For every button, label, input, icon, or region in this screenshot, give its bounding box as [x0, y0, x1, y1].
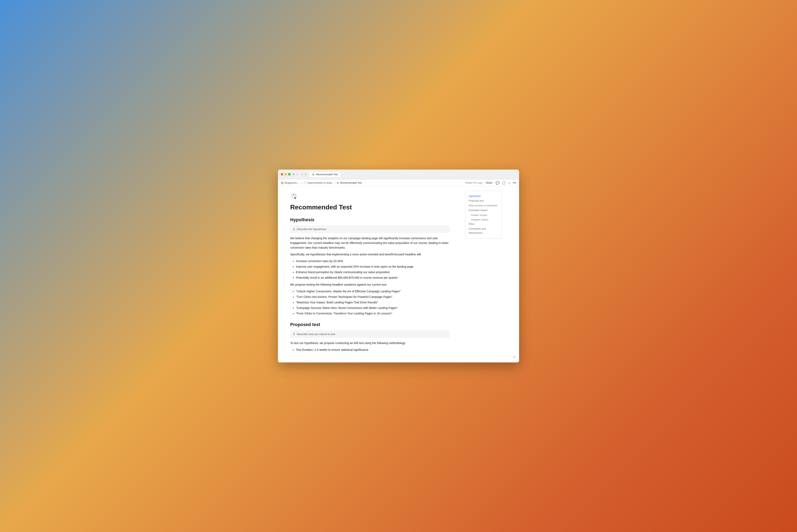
- traffic-light-yellow[interactable]: [284, 173, 287, 175]
- toc-item-effort[interactable]: Effort: [469, 222, 498, 227]
- proposed-test-paragraph-1: To test our hypothesis, we propose condu…: [290, 341, 450, 345]
- list-item: "From Clicks to Conversions: Transform Y…: [296, 311, 450, 316]
- hypothesis-hint-box: ℹ Describe the hypothesis.: [290, 225, 450, 233]
- traffic-light-red[interactable]: [281, 173, 283, 175]
- toc-item-how-success[interactable]: How success is measured: [469, 203, 498, 208]
- new-tab-icon[interactable]: +: [305, 173, 306, 176]
- hypothesis-paragraph-2: Specifically, we hypothesize that implem…: [290, 252, 450, 257]
- proposed-test-heading: Proposed test: [290, 322, 450, 327]
- browser-controls: ≡ ← → +: [293, 173, 306, 176]
- toolbar-right: Edited 47m ago Share 💬 🕐 ☆ •••: [465, 181, 516, 185]
- breadcrumb: 🏠 Boagworks / ... / 📄 Improvements to st…: [281, 182, 362, 184]
- star-icon[interactable]: ☆: [508, 181, 511, 185]
- toc-item-constraints[interactable]: Constraints and Weaknesses: [469, 227, 498, 235]
- hypothesis-heading: Hypothesis: [290, 217, 450, 223]
- current-page-icon: ✳️: [336, 182, 339, 184]
- list-item: "Unlock Higher Conversions: Master the A…: [296, 289, 450, 294]
- hypothesis-paragraph-3: We propose testing the following headlin…: [290, 282, 450, 287]
- proposed-test-bullets: Test Duration: 2-4 weeks to ensure stati…: [296, 347, 450, 352]
- list-item: "Turn Clicks Into Actions: Proven Techni…: [296, 294, 450, 299]
- svg-line-6: [295, 194, 296, 195]
- list-item: Test Duration: 2-4 weeks to ensure stati…: [296, 347, 450, 352]
- toc-item-positive-impact[interactable]: Positive Impact:: [469, 213, 498, 217]
- hypothesis-bullets-1: Increase conversion rates by 20-30% Impr…: [296, 259, 450, 280]
- svg-marker-8: [294, 197, 296, 199]
- toc-item-estimated-impact[interactable]: Estimated Impact: [469, 208, 498, 213]
- toc-box: Hypothesis Proposed test How success is …: [465, 191, 501, 239]
- share-button[interactable]: Share: [485, 181, 494, 185]
- main-document: Recommended Test Hypothesis ℹ Describe t…: [278, 187, 462, 363]
- browser-tab[interactable]: ✳️ Recommended Test: [308, 172, 341, 177]
- hypothesis-bullets-2: "Unlock Higher Conversions: Master the A…: [296, 289, 450, 316]
- edited-label: Edited 47m ago: [465, 182, 482, 184]
- list-item: Increase conversion rates by 20-30%: [296, 259, 450, 264]
- browser-titlebar: ≡ ← → + ✳️ Recommended Test: [278, 170, 519, 179]
- hint-info-icon-2: ℹ: [293, 332, 295, 336]
- browser-toolbar: 🏠 Boagworks / ... / 📄 Improvements to st…: [278, 179, 519, 187]
- toc-item-hypothesis[interactable]: Hypothesis: [469, 194, 498, 198]
- svg-line-7: [292, 197, 293, 198]
- list-item: Potentially result in an additional $50,…: [296, 276, 450, 280]
- proposed-test-hint-text: Describe how you intend to test: [297, 332, 335, 336]
- toc-item-proposed-test[interactable]: Proposed test: [469, 198, 498, 203]
- traffic-light-green[interactable]: [288, 173, 290, 175]
- forward-icon[interactable]: →: [300, 173, 303, 176]
- boagworks-icon: 🏠: [281, 182, 284, 184]
- sidebar-toggle-icon[interactable]: ≡: [293, 173, 294, 176]
- breadcrumb-item-current[interactable]: ✳️ Recommended Test: [336, 182, 362, 184]
- list-item: "Maximize Your Impact: Build Landing Pag…: [296, 300, 450, 305]
- content-area: Recommended Test Hypothesis ℹ Describe t…: [278, 187, 519, 363]
- hypothesis-paragraph-1: We believe that changing the strapline o…: [290, 236, 450, 250]
- more-options-icon[interactable]: •••: [513, 181, 516, 185]
- breadcrumb-sep-1: /: [298, 182, 298, 184]
- breadcrumb-ellipsis[interactable]: ...: [299, 182, 301, 184]
- browser-window: ≡ ← → + ✳️ Recommended Test 🏠 Boagworks …: [278, 170, 519, 363]
- breadcrumb-sep-3: /: [335, 182, 335, 184]
- history-icon[interactable]: 🕐: [502, 181, 506, 185]
- breadcrumb-item-boagworks[interactable]: 🏠 Boagworks: [281, 182, 297, 184]
- traffic-lights: [281, 173, 290, 175]
- toc-item-negative-impact[interactable]: Negative Impact:: [469, 217, 498, 222]
- breadcrumb-boagworks-label: Boagworks: [285, 182, 297, 184]
- list-item: "Campaign Success Starts Here: Boost Con…: [296, 306, 450, 310]
- doc-icon: 📄: [303, 182, 306, 184]
- proposed-test-hint-box: ℹ Describe how you intend to test: [290, 330, 450, 338]
- hint-info-icon: ℹ: [293, 227, 295, 231]
- svg-line-4: [292, 194, 293, 195]
- tab-page-icon: ✳️: [312, 173, 315, 176]
- list-item: Improve user engagement, with an expecte…: [296, 264, 450, 269]
- breadcrumb-sep-2: /: [302, 182, 303, 184]
- comment-icon[interactable]: 💬: [496, 181, 500, 185]
- breadcrumb-item-improvements[interactable]: 📄 Improvements to strap...: [303, 182, 334, 184]
- hypothesis-hint-text: Describe the hypothesis.: [297, 228, 327, 231]
- breadcrumb-current-label: Recommended Test: [340, 182, 362, 184]
- list-item: Enhance brand perception by clearly comm…: [296, 270, 450, 274]
- breadcrumb-improvements-label: Improvements to strap...: [307, 182, 334, 184]
- page-title: Recommended Test: [290, 204, 450, 211]
- back-icon[interactable]: ←: [296, 173, 299, 176]
- loading-cursor-icon: [290, 193, 298, 200]
- tab-title: Recommended Test: [316, 173, 338, 176]
- toc-sidebar: Hypothesis Proposed test How success is …: [462, 187, 505, 363]
